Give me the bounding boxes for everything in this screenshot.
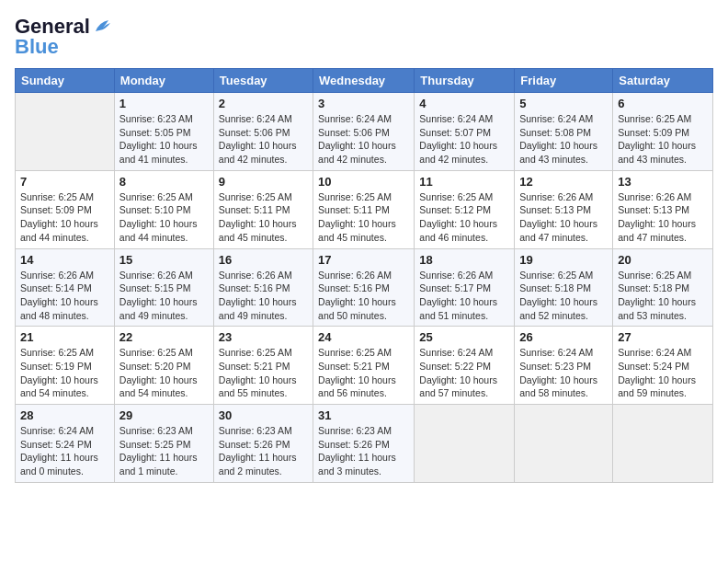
calendar-cell: 28Sunrise: 6:24 AM Sunset: 5:24 PM Dayli… — [16, 405, 115, 483]
calendar-body: 1Sunrise: 6:23 AM Sunset: 5:05 PM Daylig… — [16, 93, 713, 483]
day-info: Sunrise: 6:25 AM Sunset: 5:19 PM Dayligh… — [20, 346, 109, 400]
logo-text-blue: Blue — [15, 35, 59, 59]
day-info: Sunrise: 6:24 AM Sunset: 5:23 PM Dayligh… — [519, 346, 608, 400]
day-number: 22 — [119, 330, 209, 344]
day-number: 8 — [119, 175, 209, 189]
day-number: 14 — [20, 253, 109, 267]
day-info: Sunrise: 6:25 AM Sunset: 5:11 PM Dayligh… — [219, 190, 308, 245]
calendar-week-1: 1Sunrise: 6:23 AM Sunset: 5:05 PM Daylig… — [16, 93, 713, 171]
calendar-header-friday: Friday — [515, 69, 613, 93]
day-number: 23 — [219, 330, 308, 344]
day-number: 21 — [20, 330, 109, 344]
calendar-cell: 7Sunrise: 6:25 AM Sunset: 5:09 PM Daylig… — [16, 170, 115, 248]
calendar-cell: 2Sunrise: 6:24 AM Sunset: 5:06 PM Daylig… — [213, 93, 313, 171]
day-number: 3 — [318, 97, 409, 110]
calendar-cell: 1Sunrise: 6:23 AM Sunset: 5:05 PM Daylig… — [114, 93, 213, 171]
calendar-cell: 29Sunrise: 6:23 AM Sunset: 5:25 PM Dayli… — [114, 405, 213, 483]
calendar-header-tuesday: Tuesday — [213, 69, 313, 93]
day-info: Sunrise: 6:25 AM Sunset: 5:21 PM Dayligh… — [219, 346, 308, 400]
calendar-cell: 3Sunrise: 6:24 AM Sunset: 5:06 PM Daylig… — [313, 93, 415, 171]
day-number: 7 — [20, 175, 109, 189]
calendar-cell: 24Sunrise: 6:25 AM Sunset: 5:21 PM Dayli… — [313, 327, 415, 405]
calendar-cell: 14Sunrise: 6:26 AM Sunset: 5:14 PM Dayli… — [16, 248, 115, 327]
calendar-cell: 25Sunrise: 6:24 AM Sunset: 5:22 PM Dayli… — [415, 327, 515, 405]
day-number: 9 — [219, 175, 308, 189]
day-info: Sunrise: 6:25 AM Sunset: 5:20 PM Dayligh… — [119, 346, 209, 400]
day-info: Sunrise: 6:25 AM Sunset: 5:21 PM Dayligh… — [318, 346, 409, 400]
calendar-cell — [415, 405, 515, 483]
day-number: 19 — [519, 253, 608, 267]
calendar-cell: 10Sunrise: 6:25 AM Sunset: 5:11 PM Dayli… — [313, 170, 415, 248]
calendar-cell: 31Sunrise: 6:23 AM Sunset: 5:26 PM Dayli… — [313, 405, 415, 483]
calendar-header-monday: Monday — [114, 69, 213, 93]
calendar-cell: 6Sunrise: 6:25 AM Sunset: 5:09 PM Daylig… — [613, 93, 713, 171]
day-info: Sunrise: 6:24 AM Sunset: 5:07 PM Dayligh… — [419, 112, 509, 167]
day-number: 29 — [119, 408, 209, 422]
day-info: Sunrise: 6:24 AM Sunset: 5:24 PM Dayligh… — [20, 424, 109, 478]
calendar-week-5: 28Sunrise: 6:24 AM Sunset: 5:24 PM Dayli… — [16, 405, 713, 483]
calendar-cell: 17Sunrise: 6:26 AM Sunset: 5:16 PM Dayli… — [313, 248, 415, 327]
calendar-cell: 9Sunrise: 6:25 AM Sunset: 5:11 PM Daylig… — [213, 170, 313, 248]
day-number: 6 — [618, 97, 708, 110]
day-number: 15 — [119, 253, 209, 267]
calendar-week-2: 7Sunrise: 6:25 AM Sunset: 5:09 PM Daylig… — [16, 170, 713, 248]
calendar-cell: 18Sunrise: 6:26 AM Sunset: 5:17 PM Dayli… — [415, 248, 515, 327]
day-info: Sunrise: 6:26 AM Sunset: 5:15 PM Dayligh… — [119, 269, 209, 323]
day-info: Sunrise: 6:25 AM Sunset: 5:18 PM Dayligh… — [618, 269, 708, 323]
day-number: 24 — [318, 330, 409, 344]
day-number: 18 — [419, 253, 509, 267]
day-info: Sunrise: 6:26 AM Sunset: 5:13 PM Dayligh… — [519, 190, 608, 245]
day-number: 27 — [618, 330, 708, 344]
day-number: 1 — [119, 97, 209, 110]
calendar-header-saturday: Saturday — [613, 69, 713, 93]
day-info: Sunrise: 6:25 AM Sunset: 5:10 PM Dayligh… — [119, 190, 209, 245]
day-info: Sunrise: 6:26 AM Sunset: 5:13 PM Dayligh… — [618, 190, 708, 245]
calendar-week-4: 21Sunrise: 6:25 AM Sunset: 5:19 PM Dayli… — [16, 327, 713, 405]
calendar-cell: 30Sunrise: 6:23 AM Sunset: 5:26 PM Dayli… — [213, 405, 313, 483]
calendar-cell: 23Sunrise: 6:25 AM Sunset: 5:21 PM Dayli… — [213, 327, 313, 405]
day-info: Sunrise: 6:24 AM Sunset: 5:08 PM Dayligh… — [519, 112, 608, 167]
calendar-cell: 15Sunrise: 6:26 AM Sunset: 5:15 PM Dayli… — [114, 248, 213, 327]
page-header: General Blue — [15, 15, 713, 59]
calendar-week-3: 14Sunrise: 6:26 AM Sunset: 5:14 PM Dayli… — [16, 248, 713, 327]
day-info: Sunrise: 6:26 AM Sunset: 5:17 PM Dayligh… — [419, 269, 509, 323]
calendar-header-wednesday: Wednesday — [313, 69, 415, 93]
day-info: Sunrise: 6:24 AM Sunset: 5:06 PM Dayligh… — [219, 112, 308, 167]
day-info: Sunrise: 6:24 AM Sunset: 5:06 PM Dayligh… — [318, 112, 409, 167]
calendar-cell: 21Sunrise: 6:25 AM Sunset: 5:19 PM Dayli… — [16, 327, 115, 405]
day-info: Sunrise: 6:23 AM Sunset: 5:25 PM Dayligh… — [119, 424, 209, 478]
day-number: 10 — [318, 175, 409, 189]
calendar-cell: 4Sunrise: 6:24 AM Sunset: 5:07 PM Daylig… — [415, 93, 515, 171]
calendar-cell: 8Sunrise: 6:25 AM Sunset: 5:10 PM Daylig… — [114, 170, 213, 248]
calendar-header: SundayMondayTuesdayWednesdayThursdayFrid… — [16, 69, 713, 93]
day-info: Sunrise: 6:24 AM Sunset: 5:22 PM Dayligh… — [419, 346, 509, 400]
day-info: Sunrise: 6:23 AM Sunset: 5:05 PM Dayligh… — [119, 112, 209, 167]
day-info: Sunrise: 6:25 AM Sunset: 5:09 PM Dayligh… — [618, 112, 708, 167]
day-info: Sunrise: 6:26 AM Sunset: 5:16 PM Dayligh… — [318, 269, 409, 323]
day-number: 31 — [318, 408, 409, 422]
day-info: Sunrise: 6:24 AM Sunset: 5:24 PM Dayligh… — [618, 346, 708, 400]
day-info: Sunrise: 6:26 AM Sunset: 5:16 PM Dayligh… — [219, 269, 308, 323]
calendar-cell: 16Sunrise: 6:26 AM Sunset: 5:16 PM Dayli… — [213, 248, 313, 327]
day-info: Sunrise: 6:25 AM Sunset: 5:18 PM Dayligh… — [519, 269, 608, 323]
calendar-cell: 22Sunrise: 6:25 AM Sunset: 5:20 PM Dayli… — [114, 327, 213, 405]
day-number: 25 — [419, 330, 509, 344]
day-number: 30 — [219, 408, 308, 422]
calendar-header-thursday: Thursday — [415, 69, 515, 93]
calendar-cell: 27Sunrise: 6:24 AM Sunset: 5:24 PM Dayli… — [613, 327, 713, 405]
calendar-cell — [515, 405, 613, 483]
calendar-cell — [16, 93, 115, 171]
day-number: 12 — [519, 175, 608, 189]
day-number: 4 — [419, 97, 509, 110]
day-info: Sunrise: 6:26 AM Sunset: 5:14 PM Dayligh… — [20, 269, 109, 323]
calendar-cell: 12Sunrise: 6:26 AM Sunset: 5:13 PM Dayli… — [515, 170, 613, 248]
day-info: Sunrise: 6:25 AM Sunset: 5:11 PM Dayligh… — [318, 190, 409, 245]
day-number: 26 — [519, 330, 608, 344]
day-info: Sunrise: 6:25 AM Sunset: 5:09 PM Dayligh… — [20, 190, 109, 245]
day-number: 5 — [519, 97, 608, 110]
logo-bird-icon — [92, 18, 112, 35]
day-info: Sunrise: 6:23 AM Sunset: 5:26 PM Dayligh… — [219, 424, 308, 478]
day-number: 17 — [318, 253, 409, 267]
calendar-header-sunday: Sunday — [16, 69, 115, 93]
day-number: 28 — [20, 408, 109, 422]
